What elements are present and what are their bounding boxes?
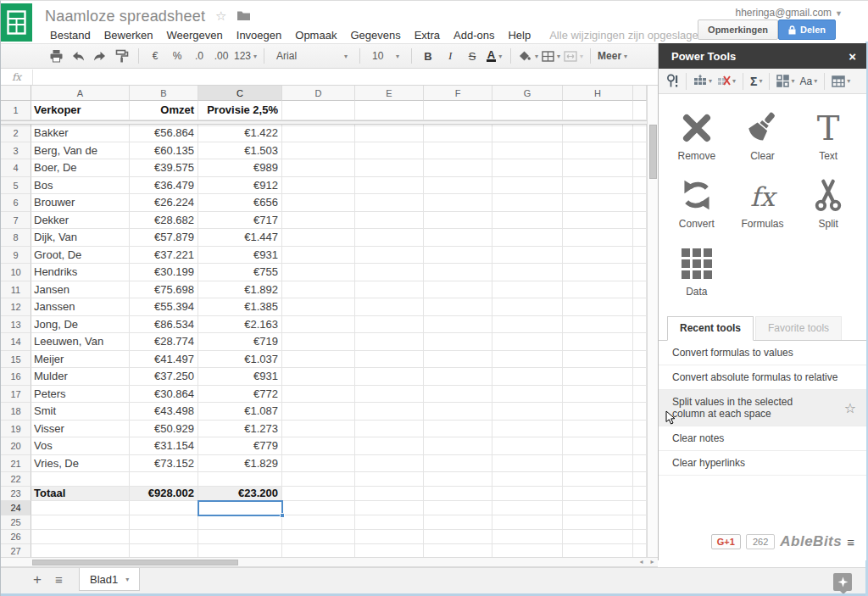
cell-F27[interactable] <box>424 544 492 557</box>
cell-D26[interactable] <box>282 530 355 544</box>
cell-F3[interactable] <box>424 142 492 160</box>
cell-E13[interactable] <box>355 316 424 334</box>
ablebits-logo[interactable]: AbleBits <box>780 533 842 550</box>
row-header-12[interactable]: 12 <box>1 298 31 316</box>
cell-E5[interactable] <box>355 177 424 195</box>
menu-weergeven[interactable]: Weergeven <box>160 27 230 43</box>
cell-C3[interactable]: €1.503 <box>198 142 282 160</box>
cell-C5[interactable]: €912 <box>198 177 282 195</box>
menu-extra[interactable]: Extra <box>408 27 447 43</box>
cell-E21[interactable] <box>355 455 424 473</box>
row-header-10[interactable]: 10 <box>1 264 31 281</box>
cell-A12[interactable]: Janssen <box>31 298 130 316</box>
menu-gegevens[interactable]: Gegevens <box>343 27 407 43</box>
cell-partial[interactable] <box>633 281 647 299</box>
cell-G23[interactable] <box>492 487 563 501</box>
cell-H7[interactable] <box>563 212 633 230</box>
cell-B26[interactable] <box>130 530 198 544</box>
row-header-11[interactable]: 11 <box>1 281 31 299</box>
cell-E19[interactable] <box>355 421 424 438</box>
cell-A27[interactable] <box>31 544 130 557</box>
cell-A13[interactable]: Jong, De <box>31 316 130 334</box>
cell-H17[interactable] <box>563 386 633 404</box>
cell-A8[interactable]: Dijk, Van <box>31 229 130 247</box>
row-header-8[interactable]: 8 <box>1 229 31 247</box>
cell-E7[interactable] <box>355 212 424 230</box>
row-header-20[interactable]: 20 <box>1 437 31 455</box>
row-header-16[interactable]: 16 <box>1 368 31 386</box>
cell-G10[interactable] <box>492 264 563 281</box>
comments-button[interactable]: Opmerkingen <box>698 19 778 40</box>
cell-E10[interactable] <box>355 264 424 281</box>
cell-F11[interactable] <box>424 281 492 299</box>
number-format-button[interactable]: 123 ▾ <box>234 47 257 65</box>
cell-F18[interactable] <box>424 403 492 421</box>
cell-H15[interactable] <box>563 351 633 369</box>
cell-C14[interactable]: €719 <box>198 333 282 351</box>
cell-H6[interactable] <box>563 194 633 212</box>
cell-G25[interactable] <box>492 515 563 530</box>
cell-E8[interactable] <box>355 229 424 247</box>
menu-bewerken[interactable]: Bewerken <box>97 27 160 43</box>
column-header-F[interactable]: F <box>424 86 492 101</box>
cell-B18[interactable]: €43.498 <box>130 403 198 421</box>
cell-partial[interactable] <box>633 247 647 265</box>
grid-corner[interactable] <box>1 86 31 101</box>
cell-partial[interactable] <box>633 530 647 544</box>
cell-partial[interactable] <box>633 316 647 334</box>
cell-G24[interactable] <box>492 501 563 515</box>
cell-B27[interactable] <box>130 544 198 557</box>
cell-A1[interactable]: Verkoper <box>31 101 130 120</box>
cell-B13[interactable]: €86.534 <box>130 316 198 334</box>
cell-D6[interactable] <box>282 194 355 212</box>
cell-G16[interactable] <box>492 368 563 386</box>
vertical-scrollbar[interactable] <box>647 86 658 557</box>
cell-H14[interactable] <box>563 333 633 351</box>
cell-G3[interactable] <box>492 142 563 160</box>
cell-A15[interactable]: Meijer <box>31 351 130 369</box>
cell-partial[interactable] <box>633 159 647 177</box>
cell-partial[interactable] <box>633 194 647 212</box>
cell-C25[interactable] <box>198 515 282 530</box>
cell-D2[interactable] <box>282 125 355 142</box>
cell-B7[interactable]: €28.682 <box>130 212 198 230</box>
cell-C10[interactable]: €755 <box>198 264 282 281</box>
favorite-star-icon[interactable]: ☆ <box>844 400 856 416</box>
cell-F4[interactable] <box>424 159 492 177</box>
column-header-B[interactable]: B <box>130 86 198 101</box>
cell-G9[interactable] <box>492 247 563 265</box>
cell-D3[interactable] <box>282 142 355 160</box>
cell-H22[interactable] <box>563 472 633 487</box>
cell-B23[interactable]: €928.002 <box>130 487 198 501</box>
cell-partial[interactable] <box>633 487 647 501</box>
cell-D27[interactable] <box>282 544 355 557</box>
tool-finder-icon[interactable] <box>666 74 679 88</box>
tool-formulas[interactable]: fx Formulas <box>730 174 796 230</box>
tool-data[interactable]: Data <box>664 242 730 298</box>
sheets-logo-icon[interactable] <box>1 3 32 42</box>
cell-H18[interactable] <box>563 403 633 421</box>
row-header-13[interactable]: 13 <box>1 316 31 334</box>
fill-color-button[interactable]: ▾ <box>518 47 538 65</box>
cell-A18[interactable]: Smit <box>31 403 130 421</box>
list-item[interactable]: Convert absolute formulas to relative <box>659 365 866 390</box>
hamburger-menu-icon[interactable]: ≡ <box>847 535 854 549</box>
cell-D5[interactable] <box>282 177 355 195</box>
row-header-19[interactable]: 19 <box>1 421 31 438</box>
row-header-15[interactable]: 15 <box>1 351 31 369</box>
cell-C20[interactable]: €779 <box>198 437 282 455</box>
cell-H5[interactable] <box>563 177 633 195</box>
sum-icon[interactable]: Σ ▾ <box>750 75 762 88</box>
cell-E20[interactable] <box>355 437 424 455</box>
delete-data-icon[interactable]: ▾ <box>717 75 736 87</box>
cell-C13[interactable]: €2.163 <box>198 316 282 334</box>
cell-C15[interactable]: €1.037 <box>198 351 282 369</box>
cell-partial[interactable] <box>633 515 647 530</box>
column-header-A[interactable]: A <box>31 86 130 101</box>
cell-G11[interactable] <box>492 281 563 299</box>
cell-F13[interactable] <box>424 316 492 334</box>
scroll-right-arrow[interactable]: ▸ <box>647 558 658 566</box>
cell-A4[interactable]: Boer, De <box>31 159 130 177</box>
cell-G27[interactable] <box>492 544 563 557</box>
tool-convert[interactable]: Convert <box>664 174 730 230</box>
